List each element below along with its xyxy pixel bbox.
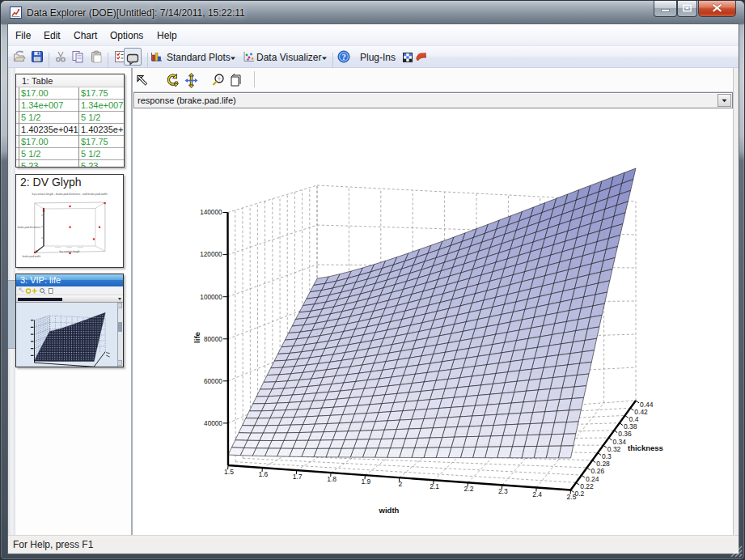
svg-text:2.2: 2.2 — [464, 485, 474, 493]
svg-text:0.36: 0.36 — [618, 430, 632, 438]
svg-text:120000: 120000 — [200, 251, 222, 258]
svg-text:0.3: 0.3 — [602, 452, 612, 460]
svg-text:2: 2 — [398, 480, 402, 488]
svg-text:1.5: 1.5 — [224, 468, 234, 476]
svg-text:1.8: 1.8 — [327, 475, 337, 483]
svg-text:life: life — [193, 332, 201, 343]
svg-text:brake.pad.thickness: brake.pad.thickness — [18, 226, 41, 229]
svg-text:60000: 60000 — [204, 378, 222, 385]
svg-text:140000: 140000 — [200, 209, 222, 216]
svg-text:width: width — [379, 506, 400, 515]
svg-text:thickness: thickness — [628, 443, 663, 452]
svg-text:0.42: 0.42 — [634, 408, 648, 416]
svg-text:80000: 80000 — [204, 336, 222, 343]
svg-text:0.4: 0.4 — [629, 415, 639, 423]
svg-text:b.p.contact.length: b.p.contact.length — [59, 250, 79, 253]
svg-text:0.28: 0.28 — [596, 460, 610, 468]
svg-text:b.p.contact.length , brake.pad: b.p.contact.length , brake.pad.thickness… — [32, 193, 107, 196]
svg-text:0.38: 0.38 — [624, 422, 637, 431]
svg-text:1.7: 1.7 — [293, 473, 303, 481]
svg-text:2.3: 2.3 — [498, 487, 508, 495]
svg-text:0.24: 0.24 — [586, 475, 599, 483]
svg-text:0.26: 0.26 — [591, 467, 605, 475]
svg-text:2.1: 2.1 — [430, 482, 439, 490]
svg-text:?: ? — [341, 53, 345, 62]
svg-text:brake.pad.width: brake.pad.width — [23, 255, 41, 258]
svg-text:2.4: 2.4 — [532, 490, 542, 498]
svg-text:1.6: 1.6 — [258, 470, 268, 478]
svg-text:0.22: 0.22 — [580, 482, 594, 490]
svg-text:0.2: 0.2 — [575, 490, 585, 498]
svg-text:0.32: 0.32 — [607, 445, 621, 453]
svg-text:40000: 40000 — [204, 420, 222, 427]
svg-text:1.9: 1.9 — [361, 477, 370, 486]
svg-text:100000: 100000 — [200, 294, 222, 301]
svg-text:0.34: 0.34 — [613, 438, 627, 446]
svg-text:0.44: 0.44 — [640, 401, 654, 409]
